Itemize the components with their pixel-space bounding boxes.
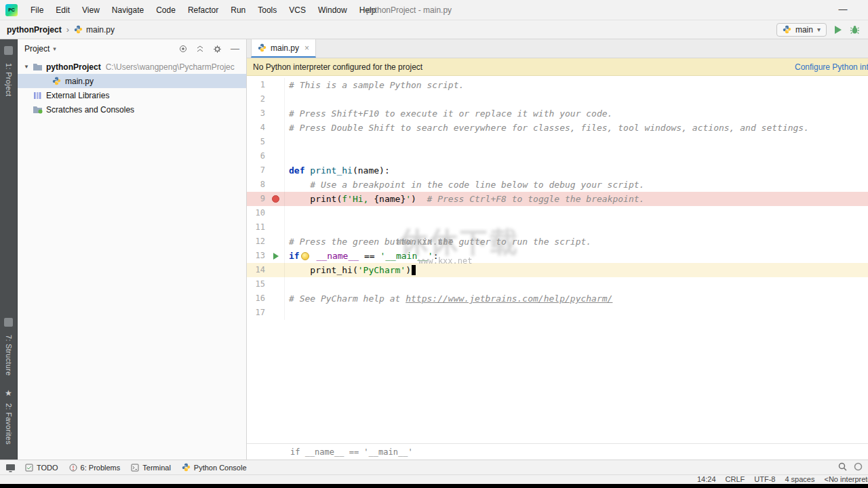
tree-item-label: Scratches and Consoles (46, 105, 134, 115)
project-path: C:\Users\wangpeng\PycharmProjec (106, 62, 235, 72)
event-log-icon[interactable] (854, 462, 863, 472)
line-number: 2 (247, 92, 267, 106)
status-indent-style[interactable]: 4 spaces (785, 475, 814, 484)
toolwindow-label: TODO (37, 464, 58, 472)
tree-item-scratches-and-consoles[interactable]: Scratches and Consoles (18, 102, 246, 117)
status-encoding[interactable]: UTF-8 (754, 475, 775, 484)
minimize-button[interactable]: — (835, 0, 850, 19)
menu-file[interactable]: File (24, 0, 50, 20)
line-number: 3 (247, 106, 267, 121)
code-line-15[interactable]: 15 (247, 277, 868, 291)
menu-code[interactable]: Code (150, 0, 182, 20)
pycharm-window: PC FileEditViewNavigateCodeRefactorRunTo… (0, 0, 868, 488)
code-line-8[interactable]: 8 # Use a breakpoint in the code line be… (247, 178, 868, 192)
code-line-5[interactable]: 5 (247, 135, 868, 149)
code-token (289, 180, 310, 190)
code-line-7[interactable]: 7def print_hi(name): (247, 163, 868, 178)
code-line-2[interactable]: 2 (247, 92, 868, 106)
tree-item-main-py[interactable]: main.py (18, 74, 246, 88)
gutter[interactable] (267, 106, 285, 121)
panel-title-chevron-icon[interactable]: ▾ (53, 45, 56, 52)
code-line-1[interactable]: 1# This is a sample Python script. (247, 78, 868, 92)
menu-vcs[interactable]: VCS (283, 0, 312, 20)
code-line-16[interactable]: 16# See PyCharm help at https://www.jetb… (247, 291, 868, 306)
gutter[interactable] (267, 220, 285, 235)
gutter[interactable] (267, 163, 285, 178)
configure-interpreter-link[interactable]: Configure Python interpreter (795, 58, 868, 76)
gutter[interactable] (267, 206, 285, 220)
line-number: 17 (247, 306, 267, 320)
editor-breadcrumb[interactable]: if __name__ == '__main__' (247, 443, 868, 460)
gutter[interactable] (267, 306, 285, 320)
line-number: 6 (247, 149, 267, 163)
menu-run[interactable]: Run (224, 0, 252, 20)
tool-window-switcher-icon[interactable] (5, 463, 16, 472)
code-line-17[interactable]: 17 (247, 306, 868, 320)
gutter[interactable] (267, 277, 285, 291)
code-line-4[interactable]: 4# Press Double Shift to search everywhe… (247, 121, 868, 135)
tool-stripe-structure[interactable]: 7: Structure (5, 335, 13, 375)
run-configuration-selector[interactable]: main ▾ (776, 23, 827, 37)
structure-stripe-icon[interactable] (4, 318, 13, 327)
settings-gear-button[interactable] (213, 45, 222, 54)
gutter[interactable] (267, 149, 285, 163)
code-line-12[interactable]: 12# Press the green button in the gutter… (247, 235, 868, 249)
breadcrumb-file[interactable]: main.py (86, 25, 115, 35)
gutter[interactable] (267, 291, 285, 306)
tab-python-file-icon (258, 43, 267, 52)
toolwindow-todo[interactable]: TODO (25, 464, 58, 472)
tool-stripe-favorites[interactable]: 2: Favorites (5, 403, 13, 445)
status-line-ending[interactable]: CRLF (726, 475, 745, 484)
project-panel-title[interactable]: Project (24, 44, 50, 54)
locate-file-button[interactable] (179, 45, 187, 53)
line-number: 11 (247, 220, 267, 235)
code-line-13[interactable]: 13if __name__ == '__main__': (247, 249, 868, 263)
code-line-11[interactable]: 11 (247, 220, 868, 235)
breadcrumb-project[interactable]: pythonProject (7, 25, 62, 35)
menu-navigate[interactable]: Navigate (106, 0, 150, 20)
tab-main-py[interactable]: main.py × (251, 39, 316, 58)
toolwindow-terminal[interactable]: Terminal (131, 464, 171, 472)
run-button[interactable] (835, 26, 842, 34)
gutter[interactable] (267, 121, 285, 135)
code-area[interactable]: 休休下载 WWW.KXX.NET www.kxx.net 1# This is … (247, 76, 868, 443)
breakpoint-dot-icon[interactable] (272, 195, 279, 203)
search-icon[interactable] (838, 462, 847, 472)
debug-button[interactable] (850, 24, 860, 35)
code-line-14[interactable]: 14 print_hi('PyCharm') (247, 263, 868, 277)
project-stripe-icon[interactable] (4, 46, 13, 55)
intention-bulb-icon[interactable] (301, 252, 309, 260)
menu-refactor[interactable]: Refactor (182, 0, 224, 20)
run-gutter[interactable] (267, 249, 285, 263)
gutter[interactable] (267, 235, 285, 249)
code-line-10[interactable]: 10 (247, 206, 868, 220)
code-line-9[interactable]: 9 print(f'Hi, {name}') # Press Ctrl+F8 t… (247, 192, 868, 206)
scratch-icon (31, 106, 43, 114)
menu-tools[interactable]: Tools (252, 0, 283, 20)
gutter[interactable] (267, 263, 285, 277)
breakpoint-gutter[interactable] (267, 192, 285, 206)
code-line-3[interactable]: 3# Press Shift+F10 to execute it or repl… (247, 106, 868, 121)
expand-chevron-icon[interactable]: ▼ (22, 64, 31, 70)
gutter[interactable] (267, 78, 285, 92)
code-line-6[interactable]: 6 (247, 149, 868, 163)
toolwindow-python-console[interactable]: Python Console (182, 463, 247, 472)
run-line-icon[interactable] (273, 253, 279, 260)
status-caret-position[interactable]: 14:24 (697, 475, 716, 484)
tool-stripe-project[interactable]: 1: Project (5, 63, 13, 96)
gutter[interactable] (267, 92, 285, 106)
menu-edit[interactable]: Edit (50, 0, 76, 20)
menu-window[interactable]: Window (312, 0, 353, 20)
hide-panel-button[interactable]: — (231, 45, 239, 52)
line-number: 4 (247, 121, 267, 135)
favorites-star-icon[interactable]: ★ (5, 388, 12, 398)
gutter[interactable] (267, 178, 285, 192)
collapse-all-button[interactable] (196, 45, 204, 53)
gutter[interactable] (267, 135, 285, 149)
close-tab-icon[interactable]: × (304, 43, 309, 53)
status-interpreter-status[interactable]: <No interpreter> (824, 475, 868, 484)
toolwindow-6-problems[interactable]: 6: Problems (69, 464, 121, 472)
tree-item-pythonproject[interactable]: ▼pythonProjectC:\Users\wangpeng\PycharmP… (18, 60, 246, 74)
menu-view[interactable]: View (76, 0, 106, 20)
tree-item-external-libraries[interactable]: External Libraries (18, 88, 246, 102)
